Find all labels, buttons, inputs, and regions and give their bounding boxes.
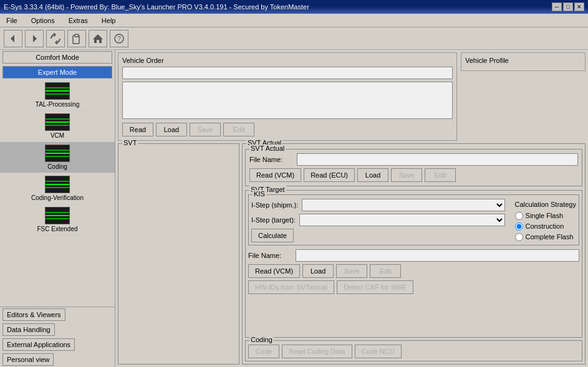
- complete-flash-option[interactable]: Complete Flash: [515, 233, 576, 241]
- svg-marker-4: [93, 34, 103, 43]
- menu-file[interactable]: File: [2, 16, 21, 26]
- external-applications-button[interactable]: External Applications: [2, 338, 75, 351]
- menu-bar: File Options Extras Help: [0, 14, 588, 27]
- construction-radio[interactable]: [515, 222, 523, 231]
- main-area: Comfort Mode Expert Mode TAL-Processing …: [0, 50, 588, 367]
- coding-section: Coding Code Read Coding Data Code NCD: [245, 340, 582, 361]
- svt-actual-read-vcm-button[interactable]: Read (VCM): [249, 168, 301, 182]
- vcm-icon: [45, 113, 70, 131]
- single-flash-option[interactable]: Single Flash: [515, 212, 576, 220]
- sidebar-item-coding-verification[interactable]: Coding-Verification: [0, 173, 115, 204]
- title-bar: E-Sys 3.33.4 (64bit) - Powered By: Blue_…: [0, 0, 588, 14]
- complete-flash-label: Complete Flash: [526, 233, 574, 241]
- menu-options[interactable]: Options: [27, 16, 59, 26]
- svt-actual-read-ecu-button[interactable]: Read (ECU): [304, 168, 355, 182]
- svt-target-section: SVT Target KIS I-Step (shipm.):: [245, 190, 582, 338]
- sidebar-scroll[interactable]: TAL-Processing VCM Coding Coding-Verific…: [0, 80, 115, 307]
- toolbar-help-button[interactable]: ?: [110, 30, 128, 47]
- sidebar-item-coding[interactable]: Coding: [0, 142, 115, 173]
- svt-actual-filename-input[interactable]: [297, 153, 578, 166]
- svt-actual-filename-row: File Name:: [249, 153, 578, 166]
- calc-strategy-title: Calculation Strategy: [515, 201, 576, 208]
- vehicle-order-input[interactable]: [122, 67, 453, 79]
- maximize-button[interactable]: □: [563, 2, 573, 11]
- svt-target-btn-row: Read (VCM) Load Save Edit: [248, 264, 579, 278]
- toolbar-clipboard-button[interactable]: [67, 30, 86, 47]
- svt-actual-load-button[interactable]: Load: [357, 168, 388, 182]
- title-bar-controls: ─ □ ✕: [552, 2, 584, 11]
- svt-target-extra-btn-row: HW-IDs from SVTactual Detect CAF for SWE: [248, 280, 579, 294]
- vehicle-order-textarea[interactable]: [122, 82, 453, 119]
- svt-target-filename-row: File Name:: [248, 249, 579, 262]
- vehicle-order-save-button[interactable]: Save: [190, 123, 221, 136]
- content-area: Vehicle Order Read Load Save Edit Vehicl…: [115, 50, 588, 367]
- vehicle-order-section: Vehicle Order Read Load Save Edit: [118, 52, 457, 141]
- svt-right-panel: SVT Actual SVT Actual File Name: Read (V…: [242, 143, 586, 365]
- toolbar-home-button[interactable]: [89, 30, 107, 47]
- coding-group-title: Coding: [249, 336, 274, 343]
- istep-ship-select[interactable]: [302, 199, 504, 211]
- toolbar-forward-button[interactable]: [25, 30, 44, 47]
- sidebar-item-fsc-extended[interactable]: FSC Extended: [0, 204, 115, 236]
- kis-content: I-Step (shipm.): I-Step (target):: [251, 199, 576, 242]
- minimize-button[interactable]: ─: [552, 2, 562, 11]
- sidebar-label-coding: Coding: [47, 163, 67, 170]
- kis-group-title: KIS: [253, 190, 266, 198]
- svt-main-row: SVT SVT Actual SVT Actual File Name: Rea…: [118, 143, 586, 365]
- construction-option[interactable]: Construction: [515, 222, 576, 231]
- fsc-extended-icon: [45, 207, 70, 224]
- istep-target-row: I-Step (target):: [251, 214, 505, 226]
- svg-text:?: ?: [117, 36, 121, 42]
- svt-target-save-button[interactable]: Save: [336, 264, 367, 278]
- data-handling-button[interactable]: Data Handling: [2, 323, 55, 336]
- menu-extras[interactable]: Extras: [65, 16, 92, 26]
- svg-marker-0: [11, 35, 14, 42]
- vehicle-order-read-button[interactable]: Read: [122, 123, 153, 136]
- svg-marker-1: [33, 35, 37, 42]
- vehicle-order-buttons: Read Load Save Edit: [122, 123, 453, 136]
- read-coding-data-button[interactable]: Read Coding Data: [282, 345, 352, 358]
- code-button[interactable]: Code: [248, 345, 279, 358]
- istep-target-label: I-Step (target):: [251, 216, 296, 224]
- editors-viewers-button[interactable]: Editors & Viewers: [2, 308, 65, 321]
- coding-verification-icon: [45, 176, 70, 193]
- detect-caf-button[interactable]: Detect CAF for SWE: [337, 280, 413, 294]
- toolbar-refresh-button[interactable]: [46, 30, 65, 47]
- sidebar-label-coding-verification: Coding-Verification: [31, 194, 84, 201]
- calculate-button[interactable]: Calculate: [251, 229, 294, 242]
- vehicle-order-row: Vehicle Order Read Load Save Edit Vehicl…: [118, 52, 586, 141]
- toolbar-back-button[interactable]: [4, 30, 22, 47]
- svt-target-edit-button[interactable]: Edit: [370, 264, 401, 278]
- toolbar: ?: [0, 27, 588, 50]
- vehicle-order-label: Vehicle Order: [122, 57, 453, 64]
- hw-ids-button[interactable]: HW-IDs from SVTactual: [248, 280, 334, 294]
- tal-processing-icon: [45, 82, 70, 100]
- coding-btn-row: Code Read Coding Data Code NCD: [248, 345, 579, 358]
- istep-ship-label: I-Step (shipm.):: [251, 201, 298, 209]
- vehicle-order-load-button[interactable]: Load: [156, 123, 187, 136]
- svg-rect-3: [75, 34, 79, 37]
- svt-target-load-button[interactable]: Load: [302, 264, 334, 278]
- code-ncd-button[interactable]: Code NCD: [355, 345, 402, 358]
- personal-view-button[interactable]: Personal view: [2, 353, 54, 366]
- svt-actual-save-button[interactable]: Save: [391, 168, 422, 182]
- comfort-mode-button[interactable]: Comfort Mode: [2, 51, 112, 64]
- kis-group: KIS I-Step (shipm.): I-Ste: [248, 194, 579, 245]
- svt-actual-section: SVT Actual File Name: Read (VCM) Read (E…: [245, 149, 582, 186]
- coding-icon: [45, 145, 70, 162]
- close-button[interactable]: ✕: [574, 2, 584, 11]
- complete-flash-radio[interactable]: [515, 233, 523, 241]
- sidebar-item-tal-processing[interactable]: TAL-Processing: [0, 80, 115, 111]
- single-flash-radio[interactable]: [515, 212, 523, 220]
- istep-target-select[interactable]: [299, 214, 505, 226]
- sidebar-item-vcm[interactable]: VCM: [0, 111, 115, 142]
- menu-help[interactable]: Help: [98, 16, 120, 26]
- expert-mode-button[interactable]: Expert Mode: [2, 66, 112, 79]
- sidebar-label-fsc-extended: FSC Extended: [37, 226, 77, 232]
- vehicle-profile-label: Vehicle Profile: [465, 57, 581, 64]
- svt-actual-edit-button[interactable]: Edit: [425, 168, 456, 182]
- vehicle-order-edit-button[interactable]: Edit: [223, 123, 254, 136]
- sidebar-label-vcm: VCM: [51, 132, 64, 139]
- svt-target-filename-input[interactable]: [296, 249, 579, 262]
- svt-target-read-vcm-button[interactable]: Read (VCM): [248, 264, 300, 278]
